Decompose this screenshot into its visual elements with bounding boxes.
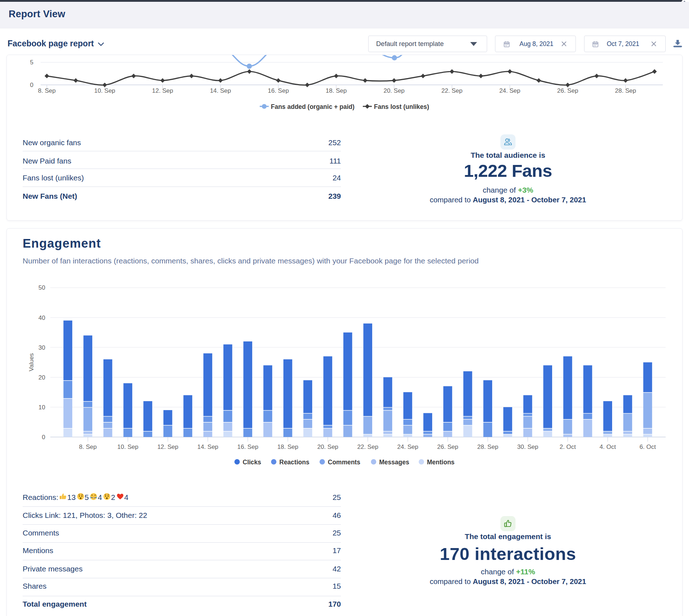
svg-text:50: 50 [38,284,45,291]
svg-text:14. Sep: 14. Sep [197,443,218,450]
svg-text:Clicks: Clicks [243,459,262,466]
svg-text:0: 0 [42,434,45,441]
svg-text:40: 40 [38,314,45,321]
svg-text:Reactions: Reactions [279,459,310,466]
svg-text:8. Sep: 8. Sep [79,443,97,450]
svg-text:30: 30 [38,344,45,351]
svg-text:10: 10 [38,404,45,411]
svg-text:10. Sep: 10. Sep [117,443,139,450]
svg-text:12. Sep: 12. Sep [157,443,179,450]
svg-text:18. Sep: 18. Sep [277,443,299,450]
svg-text:Values: Values [28,353,35,372]
svg-text:20. Sep: 20. Sep [317,443,338,450]
svg-text:16. Sep: 16. Sep [237,443,258,450]
svg-text:20: 20 [38,374,45,381]
